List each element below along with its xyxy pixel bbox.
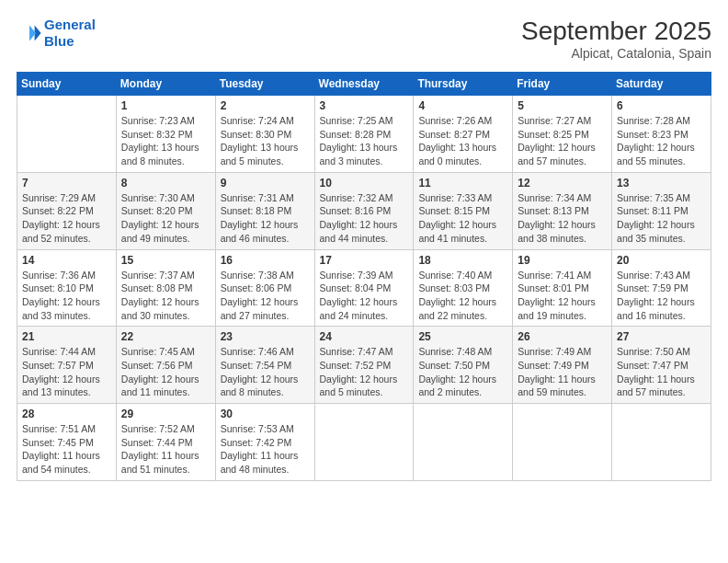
day-info: Sunrise: 7:50 AM Sunset: 7:47 PM Dayligh…: [617, 345, 706, 399]
day-number: 15: [121, 254, 210, 267]
calendar-cell: 27Sunrise: 7:50 AM Sunset: 7:47 PM Dayli…: [612, 327, 711, 404]
day-info: Sunrise: 7:28 AM Sunset: 8:23 PM Dayligh…: [617, 114, 706, 168]
day-info: Sunrise: 7:36 AM Sunset: 8:10 PM Dayligh…: [22, 269, 111, 323]
logo-line2: Blue: [44, 33, 74, 49]
day-number: 7: [22, 177, 111, 190]
calendar-cell: 22Sunrise: 7:45 AM Sunset: 7:56 PM Dayli…: [116, 327, 215, 404]
calendar-cell: 8Sunrise: 7:30 AM Sunset: 8:20 PM Daylig…: [116, 172, 215, 249]
calendar-cell: 16Sunrise: 7:38 AM Sunset: 8:06 PM Dayli…: [215, 249, 314, 327]
day-number: 28: [22, 408, 111, 420]
day-number: 10: [320, 177, 409, 190]
day-number: 24: [320, 330, 409, 343]
day-info: Sunrise: 7:24 AM Sunset: 8:30 PM Dayligh…: [221, 114, 310, 168]
day-info: Sunrise: 7:38 AM Sunset: 8:06 PM Dayligh…: [221, 269, 310, 323]
page: General Blue September 2025 Alpicat, Cat…: [0, 0, 728, 563]
calendar-cell: 17Sunrise: 7:39 AM Sunset: 8:04 PM Dayli…: [314, 249, 414, 327]
week-row-4: 21Sunrise: 7:44 AM Sunset: 7:57 PM Dayli…: [17, 327, 711, 404]
day-info: Sunrise: 7:48 AM Sunset: 7:50 PM Dayligh…: [418, 345, 507, 399]
day-number: 11: [418, 177, 507, 190]
calendar-cell: 13Sunrise: 7:35 AM Sunset: 8:11 PM Dayli…: [612, 172, 711, 249]
day-info: Sunrise: 7:51 AM Sunset: 7:45 PM Dayligh…: [22, 422, 111, 477]
day-number: 23: [221, 330, 310, 343]
day-info: Sunrise: 7:52 AM Sunset: 7:44 PM Dayligh…: [121, 422, 210, 477]
calendar-cell: 24Sunrise: 7:47 AM Sunset: 7:52 PM Dayli…: [314, 327, 414, 404]
day-info: Sunrise: 7:30 AM Sunset: 8:20 PM Dayligh…: [121, 191, 210, 246]
day-number: 3: [320, 99, 409, 112]
day-info: Sunrise: 7:47 AM Sunset: 7:52 PM Dayligh…: [320, 345, 409, 399]
day-number: 2: [221, 99, 310, 112]
calendar-cell: [17, 96, 117, 173]
day-info: Sunrise: 7:27 AM Sunset: 8:25 PM Dayligh…: [518, 114, 607, 168]
week-row-5: 28Sunrise: 7:51 AM Sunset: 7:45 PM Dayli…: [17, 404, 711, 481]
calendar-cell: 3Sunrise: 7:25 AM Sunset: 8:28 PM Daylig…: [314, 96, 414, 173]
day-number: 20: [617, 254, 706, 267]
day-number: 30: [221, 408, 310, 420]
day-of-week-monday: Monday: [116, 73, 215, 96]
day-of-week-friday: Friday: [513, 73, 612, 96]
day-number: 26: [518, 330, 607, 343]
day-info: Sunrise: 7:39 AM Sunset: 8:04 PM Dayligh…: [320, 269, 409, 323]
day-info: Sunrise: 7:33 AM Sunset: 8:15 PM Dayligh…: [418, 191, 507, 246]
day-number: 1: [121, 99, 210, 112]
day-number: 19: [518, 254, 607, 267]
title-block: September 2025 Alpicat, Catalonia, Spain: [521, 17, 711, 61]
week-row-3: 14Sunrise: 7:36 AM Sunset: 8:10 PM Dayli…: [17, 249, 711, 327]
calendar-cell: [513, 404, 612, 481]
calendar-cell: 20Sunrise: 7:43 AM Sunset: 7:59 PM Dayli…: [612, 249, 711, 327]
day-number: 18: [418, 254, 507, 267]
day-number: 14: [22, 254, 111, 267]
day-number: 17: [320, 254, 409, 267]
day-number: 22: [121, 330, 210, 343]
calendar-cell: 1Sunrise: 7:23 AM Sunset: 8:32 PM Daylig…: [116, 96, 215, 173]
calendar-cell: 29Sunrise: 7:52 AM Sunset: 7:44 PM Dayli…: [116, 404, 215, 481]
calendar: SundayMondayTuesdayWednesdayThursdayFrid…: [17, 72, 711, 481]
calendar-cell: [612, 404, 711, 481]
day-of-week-tuesday: Tuesday: [215, 73, 314, 96]
day-info: Sunrise: 7:35 AM Sunset: 8:11 PM Dayligh…: [617, 191, 706, 246]
week-row-1: 1Sunrise: 7:23 AM Sunset: 8:32 PM Daylig…: [17, 96, 711, 173]
calendar-cell: 7Sunrise: 7:29 AM Sunset: 8:22 PM Daylig…: [17, 172, 117, 249]
day-info: Sunrise: 7:31 AM Sunset: 8:18 PM Dayligh…: [221, 191, 310, 246]
day-number: 27: [617, 330, 706, 343]
calendar-cell: 30Sunrise: 7:53 AM Sunset: 7:42 PM Dayli…: [215, 404, 314, 481]
day-info: Sunrise: 7:29 AM Sunset: 8:22 PM Dayligh…: [22, 191, 111, 246]
day-info: Sunrise: 7:49 AM Sunset: 7:49 PM Dayligh…: [518, 345, 607, 399]
calendar-cell: 28Sunrise: 7:51 AM Sunset: 7:45 PM Dayli…: [17, 404, 117, 481]
day-info: Sunrise: 7:44 AM Sunset: 7:57 PM Dayligh…: [22, 345, 111, 399]
header: General Blue September 2025 Alpicat, Cat…: [17, 17, 711, 61]
subtitle: Alpicat, Catalonia, Spain: [521, 46, 711, 61]
day-info: Sunrise: 7:34 AM Sunset: 8:13 PM Dayligh…: [518, 191, 607, 246]
day-number: 21: [22, 330, 111, 343]
calendar-cell: 12Sunrise: 7:34 AM Sunset: 8:13 PM Dayli…: [513, 172, 612, 249]
logo: General Blue: [17, 17, 96, 50]
calendar-cell: 10Sunrise: 7:32 AM Sunset: 8:16 PM Dayli…: [314, 172, 414, 249]
calendar-cell: 4Sunrise: 7:26 AM Sunset: 8:27 PM Daylig…: [414, 96, 513, 173]
calendar-cell: 11Sunrise: 7:33 AM Sunset: 8:15 PM Dayli…: [414, 172, 513, 249]
calendar-cell: 2Sunrise: 7:24 AM Sunset: 8:30 PM Daylig…: [215, 96, 314, 173]
calendar-cell: [314, 404, 414, 481]
day-info: Sunrise: 7:23 AM Sunset: 8:32 PM Dayligh…: [121, 114, 210, 168]
day-info: Sunrise: 7:25 AM Sunset: 8:28 PM Dayligh…: [320, 114, 409, 168]
calendar-cell: 19Sunrise: 7:41 AM Sunset: 8:01 PM Dayli…: [513, 249, 612, 327]
day-of-week-thursday: Thursday: [414, 73, 513, 96]
day-number: 9: [221, 177, 310, 190]
day-number: 12: [518, 177, 607, 190]
calendar-body: 1Sunrise: 7:23 AM Sunset: 8:32 PM Daylig…: [17, 96, 711, 481]
day-number: 16: [221, 254, 310, 267]
logo-icon: [17, 20, 42, 46]
day-info: Sunrise: 7:26 AM Sunset: 8:27 PM Dayligh…: [418, 114, 507, 168]
day-number: 6: [617, 99, 706, 112]
calendar-cell: 25Sunrise: 7:48 AM Sunset: 7:50 PM Dayli…: [414, 327, 513, 404]
calendar-header: SundayMondayTuesdayWednesdayThursdayFrid…: [17, 73, 711, 96]
day-number: 8: [121, 177, 210, 190]
day-of-week-sunday: Sunday: [17, 73, 117, 96]
day-info: Sunrise: 7:43 AM Sunset: 7:59 PM Dayligh…: [617, 269, 706, 323]
calendar-cell: 18Sunrise: 7:40 AM Sunset: 8:03 PM Dayli…: [414, 249, 513, 327]
calendar-cell: 6Sunrise: 7:28 AM Sunset: 8:23 PM Daylig…: [612, 96, 711, 173]
logo-line1: General: [44, 17, 96, 32]
day-info: Sunrise: 7:32 AM Sunset: 8:16 PM Dayligh…: [320, 191, 409, 246]
day-info: Sunrise: 7:41 AM Sunset: 8:01 PM Dayligh…: [518, 269, 607, 323]
calendar-cell: 5Sunrise: 7:27 AM Sunset: 8:25 PM Daylig…: [513, 96, 612, 173]
calendar-cell: 15Sunrise: 7:37 AM Sunset: 8:08 PM Dayli…: [116, 249, 215, 327]
calendar-cell: 21Sunrise: 7:44 AM Sunset: 7:57 PM Dayli…: [17, 327, 117, 404]
